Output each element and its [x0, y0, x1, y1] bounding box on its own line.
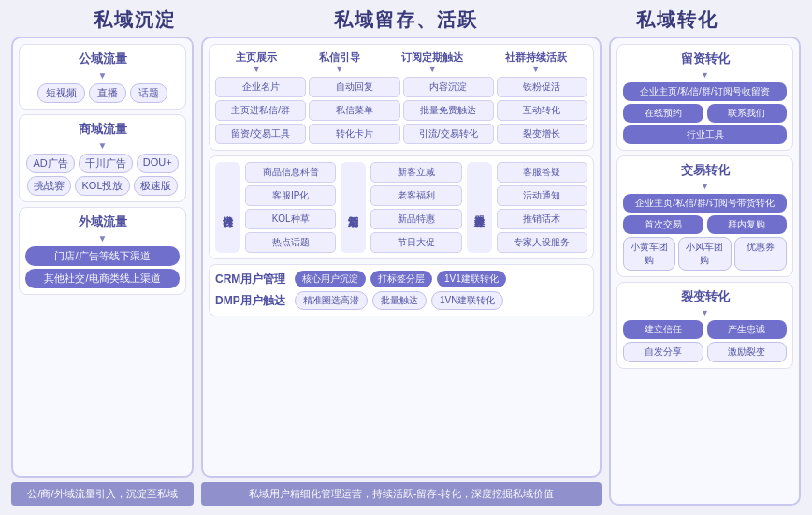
external-flow-block: 外域流量 ▼ 门店/广告等线下渠道 其他社交/电商类线上渠道	[19, 207, 186, 295]
right-column: 留资转化 ▼ 企业主页/私信/群/订阅号收留资 在线预约 联系我们 行业工具 交…	[609, 37, 801, 506]
commerce-flow-title: 商域流量	[25, 121, 180, 138]
tag-build-trust: 建立信任	[623, 320, 703, 339]
tag-first-trade: 首次交易	[623, 215, 703, 234]
tag-loyalty: 产生忠诚	[707, 320, 788, 339]
tag-incentive-fission: 激励裂变	[707, 342, 788, 362]
item-expert-service: 专家人设服务	[497, 232, 587, 253]
item-cs-ip: 客服IP化	[245, 185, 336, 206]
fission-convert-block: 裂变转化 ▼ 建立信任 产生忠诚 自发分享 激励裂变	[616, 282, 793, 369]
trade-convert-block: 交易转化 ▼ 企业主页/私信/群/订阅号带货转化 首次交易 群内复购 小黄车团购…	[616, 155, 793, 277]
header-homepage: 主页展示 ▼	[236, 51, 277, 74]
tag-challenge: 挑战赛	[27, 176, 71, 196]
mid-footer: 私域用户精细化管理运营，持续活跃-留存-转化，深度挖掘私域价值	[201, 482, 602, 506]
left-footer: 公/商/外域流量引入，沉淀至私域	[11, 482, 194, 506]
cell-content-settle: 内容沉淀	[403, 77, 494, 97]
lead-convert-title: 留资转化	[623, 51, 787, 67]
cell-biz-card: 企业名片	[215, 77, 306, 97]
tag-online-booking: 在线预约	[623, 104, 703, 123]
middle-column: 主页展示 ▼ 私信引导 ▼ 订阅定期触达 ▼ 社群持续活跃	[201, 37, 602, 506]
header-subscribe: 订阅定期触达 ▼	[401, 51, 463, 74]
tag-ad: AD广告	[26, 154, 74, 173]
item-festival: 节日大促	[370, 232, 461, 253]
cell-lead-trade: 引流/交易转化	[403, 124, 494, 144]
tag-precise-select: 精准圈选高潜	[295, 291, 368, 310]
item-old-benefit: 老客福利	[370, 185, 461, 206]
header-community: 社群持续活跃 ▼	[505, 51, 567, 74]
cell-fission: 裂变增长	[497, 124, 587, 144]
cell-batch-free: 批量免费触达	[403, 100, 494, 121]
external-flow-title: 外域流量	[25, 213, 180, 230]
cell-interact-convert: 互动转化	[497, 100, 587, 121]
tag-1vn: 1VN建联转化	[431, 291, 503, 310]
header-private: 私信引导 ▼	[319, 51, 360, 74]
mid-middle-block: 内容设计 商品信息科普 客服IP化 KOL种草 热点话题 活动策划	[209, 155, 594, 259]
tag-dou: DOU+	[137, 154, 179, 173]
tag-yellow-cart: 小黄车团购	[623, 237, 675, 271]
public-flow-title: 公域流量	[25, 51, 180, 67]
tag-group-repurchase: 群内复购	[707, 215, 788, 234]
tag-contact-us: 联系我们	[707, 104, 788, 123]
cell-convert-card: 转化卡片	[309, 124, 399, 144]
tag-self-share: 自发分享	[623, 342, 703, 362]
tag-fast: 极速版	[134, 176, 178, 196]
tag-batch-reach: 批量触达	[372, 291, 427, 310]
tag-topic: 话题	[130, 83, 167, 103]
tag-enterprise-page-trade: 企业主页/私信/群/订阅号带货转化	[623, 194, 787, 213]
cell-fan-promo: 铁粉促活	[497, 77, 587, 97]
lead-convert-block: 留资转化 ▼ 企业主页/私信/群/订阅号收留资 在线预约 联系我们 行业工具	[616, 44, 793, 151]
commerce-flow-block: 商域流量 ▼ AD广告 千川广告 DOU+ 挑战赛 KOL投放 极速版	[19, 114, 186, 202]
dmp-label: DMP用户触达	[215, 293, 290, 309]
tag-industry-tool: 行业工具	[623, 125, 787, 144]
tag-live: 直播	[89, 83, 126, 103]
fission-convert-title: 裂变转化	[623, 288, 787, 305]
item-new-reduce: 新客立减	[370, 162, 461, 183]
tag-1v1: 1V1建联转化	[437, 271, 506, 287]
public-flow-block: 公域流量 ▼ 短视频 直播 话题	[19, 44, 186, 110]
tag-short-video: 短视频	[37, 83, 85, 103]
cell-lead-tool: 留资/交易工具	[215, 124, 306, 144]
crm-dmp-block: CRM用户管理 核心用户沉淀 打标签分层 1V1建联转化 DMP用户触达 精准圈…	[209, 264, 594, 316]
tag-fan-cart: 小风车团购	[678, 237, 731, 271]
cell-private-menu: 私信菜单	[309, 100, 399, 121]
cell-auto-reply: 自动回复	[309, 77, 399, 97]
cell-enter-private: 主页进私信/群	[215, 100, 306, 121]
tag-label-layer: 打标签分层	[370, 271, 432, 287]
tag-enterprise-page-lead: 企业主页/私信/群/订阅号收留资	[623, 82, 787, 101]
trade-convert-title: 交易转化	[623, 162, 787, 179]
item-hotspot: 热点话题	[245, 232, 336, 253]
item-sales-script: 推销话术	[497, 209, 587, 229]
mid-section-title: 私域留存、活跃	[334, 7, 478, 33]
crm-label: CRM用户管理	[215, 272, 290, 287]
right-section-title: 私域转化	[636, 7, 718, 33]
item-new-product: 新品特惠	[370, 209, 461, 229]
item-product-info: 商品信息科普	[245, 162, 336, 183]
tag-qianchuan: 千川广告	[79, 154, 133, 173]
left-column: 公域流量 ▼ 短视频 直播 话题 商域流量 ▼ AD广告 千川广告 DOU	[11, 37, 194, 506]
item-kol-seed: KOL种草	[245, 209, 336, 229]
mid-top-block: 主页展示 ▼ 私信引导 ▼ 订阅定期触达 ▼ 社群持续活跃	[209, 44, 594, 151]
tag-coupon: 优惠券	[734, 237, 787, 271]
tag-core-user: 核心用户沉淀	[295, 271, 366, 287]
item-cs-answer: 客服答疑	[497, 162, 587, 183]
left-section-title: 私域沉淀	[94, 7, 176, 33]
tag-kol: KOL投放	[75, 176, 129, 196]
item-event-notify: 活动通知	[497, 185, 587, 206]
